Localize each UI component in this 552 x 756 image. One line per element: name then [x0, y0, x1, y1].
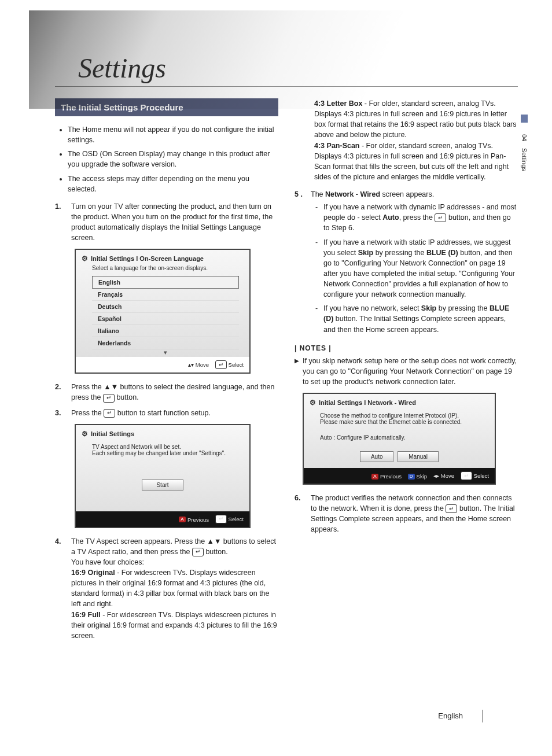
step-text: The TV Aspect screen appears. Press the … — [71, 536, 278, 641]
section-tab-marker — [521, 115, 528, 123]
enter-icon: ↵ — [104, 409, 115, 418]
language-list: English Français Deutsch Español Italian… — [92, 276, 239, 356]
start-button[interactable]: Start — [142, 480, 183, 491]
enter-icon: ↵ — [215, 515, 227, 523]
list-item: The OSD (On Screen Display) may change i… — [68, 149, 278, 169]
dash-icon: - — [315, 202, 320, 233]
note-item: ▶ If you skip network setup here or the … — [295, 356, 518, 387]
step-text: Press the ↵ button to start function set… — [71, 408, 278, 418]
ui-footer: APrevious ↵Select — [76, 511, 249, 527]
step-4: 4. The TV Aspect screen appears. Press t… — [55, 536, 278, 641]
ui-network-screen: ⚙ Initial Settings I Network - Wired Cho… — [303, 393, 496, 485]
title-rule — [55, 86, 518, 87]
ui-header: ⚙ Initial Settings I On-Screen Language — [76, 250, 249, 265]
enter-icon: ↵ — [446, 504, 457, 513]
step-number: 4. — [55, 536, 65, 641]
language-option[interactable]: Italiano — [92, 325, 239, 337]
step-number: 5 . — [295, 189, 305, 338]
language-option[interactable]: Nederlands — [92, 337, 239, 349]
footer-language: English — [438, 711, 463, 720]
hint-select: ↵Select — [215, 360, 244, 369]
triangle-icon: ▶ — [295, 357, 299, 387]
ui-header: ⚙ Initial Settings I Network - Wired — [304, 394, 495, 409]
right-column: 4:3 Letter Box - For older, standard scr… — [295, 98, 518, 646]
ui-title: Initial Settings I Network - Wired — [319, 399, 416, 406]
hint-move: ▴▾Move — [188, 362, 209, 368]
language-option[interactable]: Français — [92, 289, 239, 301]
page-title: Settings — [78, 52, 517, 84]
aspect-169-full-label: 16:9 Full — [71, 611, 101, 619]
dash-icon: - — [315, 237, 320, 300]
ui-title: Initial Settings — [91, 430, 134, 437]
dash-icon: - — [315, 303, 320, 334]
step-number: 6. — [295, 493, 305, 535]
manual-button[interactable]: Manual — [398, 451, 439, 462]
notes-heading: | NOTES | — [295, 344, 518, 352]
aspect-43-letterbox-label: 4:3 Letter Box — [314, 99, 362, 108]
list-item: The access steps may differ depending on… — [68, 174, 278, 194]
left-column: The Initial Settings Procedure The Home … — [55, 98, 278, 646]
ui-line: Each setting may be changed later under … — [92, 450, 233, 456]
ui-line: TV Aspect and Network will be set. — [92, 444, 233, 450]
step-3: 3. Press the ↵ button to start function … — [55, 408, 278, 418]
blue-d-icon: D — [408, 474, 415, 480]
red-a-icon: A — [371, 474, 378, 480]
ui-language-screen: ⚙ Initial Settings I On-Screen Language … — [75, 249, 251, 374]
step-number: 3. — [55, 408, 65, 418]
gear-icon: ⚙ — [310, 399, 316, 407]
ui-header: ⚙ Initial Settings — [76, 425, 249, 440]
intro-bullets: The Home menu will not appear if you do … — [55, 124, 278, 194]
step-text: The product verifies the network connect… — [311, 493, 518, 535]
step-6: 6. The product verifies the network conn… — [295, 493, 518, 535]
updown-icon: ▴▾ — [188, 362, 194, 368]
sub-item: - If you have a network with dynamic IP … — [315, 202, 518, 233]
step-5: 5 . The Network - Wired screen appears. … — [295, 189, 518, 338]
aspect-43-panscan-label: 4:3 Pan-Scan — [314, 142, 360, 150]
enter-icon: ↵ — [215, 360, 227, 369]
ui-line: Choose the method to configure Internet … — [320, 412, 479, 419]
auto-button[interactable]: Auto — [360, 451, 394, 462]
footer-rule — [482, 710, 483, 722]
step-text: Turn on your TV after connecting the pro… — [71, 201, 278, 244]
ui-line: Please make sure that the Ethernet cable… — [320, 419, 479, 425]
gear-icon: ⚙ — [82, 430, 88, 438]
enter-icon: ↵ — [461, 471, 472, 480]
hint-select: ↵Select — [461, 471, 489, 480]
step-2: 2. Press the ▲▼ buttons to select the de… — [55, 382, 278, 403]
language-option[interactable]: English — [92, 276, 239, 289]
red-a-icon: A — [179, 517, 186, 522]
gear-icon: ⚙ — [82, 255, 88, 263]
enter-icon: ↵ — [435, 213, 446, 222]
aspect-169-original-label: 16:9 Original — [71, 569, 115, 577]
hint-select: ↵Select — [215, 515, 244, 523]
ui-footer: ▴▾Move ↵Select — [76, 357, 249, 373]
sub-item: - If you have a network with static IP a… — [315, 237, 518, 300]
step-number: 1. — [55, 201, 65, 244]
hint-skip: DSkip — [408, 473, 427, 480]
section-tab-label: Settings — [521, 148, 528, 171]
hint-previous: APrevious — [371, 473, 402, 480]
ui-subtitle: Select a language for the on-screen disp… — [76, 265, 249, 272]
enter-icon: ↵ — [103, 394, 115, 403]
section-heading: The Initial Settings Procedure — [55, 98, 278, 116]
ui-line: Auto : Configure IP automatically. — [320, 434, 479, 441]
step-4-continued: 4:3 Letter Box - For older, standard scr… — [314, 98, 518, 182]
step-number: 2. — [55, 382, 65, 403]
language-option[interactable]: Español — [92, 313, 239, 325]
hint-move: ◂▸Move — [433, 473, 454, 479]
ui-footer: APrevious DSkip ◂▸Move ↵Select — [304, 468, 495, 484]
step-text: The Network - Wired screen appears. - If… — [311, 189, 518, 338]
step-1: 1. Turn on your TV after connecting the … — [55, 201, 278, 244]
ui-initial-settings-screen: ⚙ Initial Settings TV Aspect and Network… — [75, 424, 251, 528]
sub-item: - If you have no network, select Skip by… — [315, 303, 518, 334]
step-text: Press the ▲▼ buttons to select the desir… — [71, 382, 278, 403]
language-option[interactable]: Deutsch — [92, 301, 239, 313]
section-number: 04 — [521, 134, 528, 141]
list-item: The Home menu will not appear if you do … — [68, 124, 278, 145]
enter-icon: ↵ — [192, 548, 204, 556]
chevron-down-icon[interactable]: ▾ — [92, 349, 239, 356]
ui-title: Initial Settings I On-Screen Language — [91, 255, 204, 262]
leftright-icon: ◂▸ — [433, 473, 439, 479]
hint-previous: APrevious — [179, 517, 209, 523]
